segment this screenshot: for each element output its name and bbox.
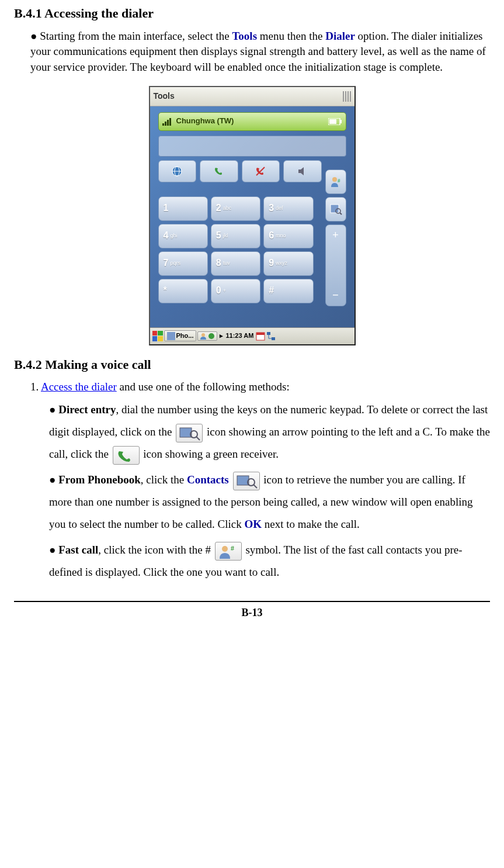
contacts-side-button[interactable] <box>325 197 346 222</box>
app-icon <box>167 332 175 340</box>
section-heading-b41: B.4.1 Accessing the dialer <box>14 5 490 23</box>
side-column: # + − <box>325 170 346 306</box>
text: ● Starting from the main interface, sele… <box>30 30 232 42</box>
contacts-icon <box>233 472 260 490</box>
svg-point-17 <box>201 333 205 337</box>
key-5[interactable]: 5jkl <box>211 224 260 248</box>
pda-window-titlebar: Tools <box>150 87 354 106</box>
menu-name-tools: Tools <box>232 30 257 42</box>
number-display <box>158 136 346 157</box>
fastcall-hash-icon: # <box>215 542 242 561</box>
person-hash-icon: # <box>329 175 342 188</box>
key-0[interactable]: 0+ <box>211 279 260 303</box>
taskbar-app-pho[interactable]: Pho... <box>164 330 197 341</box>
keypad-area: 1 2abc 3def 4ghi 5jkl 6mno 7pqrs 8tuv 9w… <box>150 165 322 303</box>
tray-person-icon <box>200 333 207 340</box>
bullet-marker: ● <box>49 544 58 556</box>
svg-rect-5 <box>340 120 342 123</box>
svg-rect-3 <box>169 118 171 126</box>
taskbar-app-label: Pho... <box>176 331 194 340</box>
key-4[interactable]: 4ghi <box>158 224 208 248</box>
svg-rect-6 <box>329 119 336 124</box>
svg-point-18 <box>208 333 214 339</box>
carrier-label: Chunghwa (TW) <box>176 116 325 126</box>
dialer-screenshot: Tools Chunghwa (TW) 1 2abc 3def 4ghi 5jk… <box>149 86 356 345</box>
text: icon showing a green receiver. <box>143 448 279 460</box>
battery-icon <box>328 118 342 125</box>
bullet-accessing-dialer: ● Starting from the main interface, sele… <box>14 29 490 75</box>
key-3[interactable]: 3def <box>263 196 313 221</box>
bullet-marker: ● <box>49 473 58 486</box>
taskbar-clock: 11:23 AM <box>225 331 253 340</box>
pda-body: Chunghwa (TW) 1 2abc 3def 4ghi 5jkl 6mno… <box>150 106 354 327</box>
svg-point-11 <box>332 177 337 182</box>
label-ok: OK <box>245 518 262 530</box>
label-contacts: Contacts <box>187 473 229 486</box>
taskbar-tray[interactable] <box>197 331 217 341</box>
svg-line-25 <box>196 437 200 440</box>
minus-icon: − <box>332 288 339 303</box>
label-fast-call: Fast call <box>58 544 98 556</box>
text: and use one of the following methods: <box>117 381 290 393</box>
delete-search-icon <box>176 424 203 442</box>
link-access-the-dialer[interactable]: Access the dialer <box>41 381 117 393</box>
fastcall-side-button[interactable]: # <box>325 170 346 194</box>
plus-icon: + <box>332 227 339 243</box>
option-name-dialer: Dialer <box>325 30 355 42</box>
svg-rect-20 <box>256 333 265 335</box>
tray-calendar-icon <box>256 331 265 341</box>
text <box>229 473 232 486</box>
key-1[interactable]: 1 <box>158 196 208 221</box>
bullet-marker: ● <box>49 403 58 416</box>
footer-rule <box>14 601 490 602</box>
svg-rect-22 <box>272 337 275 340</box>
key-2[interactable]: 2abc <box>211 196 260 221</box>
pda-taskbar: Pho... ▸ 11:23 AM <box>150 327 354 344</box>
text: menu then the <box>257 30 325 42</box>
signal-icon <box>162 117 173 126</box>
green-receiver-icon <box>113 446 140 465</box>
svg-rect-1 <box>165 122 166 126</box>
svg-rect-26 <box>237 476 249 485</box>
step-1-intro: 1. Access the dialer and use one of the … <box>14 379 490 395</box>
svg-text:#: # <box>231 544 234 552</box>
contacts-search-icon <box>329 203 342 216</box>
bullet-direct-entry: ● Direct entry, dial the number using th… <box>14 399 490 465</box>
svg-line-28 <box>253 485 257 488</box>
text: , click the <box>141 473 187 486</box>
svg-rect-2 <box>167 120 169 126</box>
bullet-fast-call: ● Fast call, click the icon with the # #… <box>14 539 490 583</box>
start-flag-icon[interactable] <box>152 331 163 341</box>
key-6[interactable]: 6mno <box>263 224 313 248</box>
svg-text:#: # <box>338 178 340 184</box>
text: next to make the call. <box>262 518 360 530</box>
text: , click the icon with the # <box>98 544 213 556</box>
status-bar: Chunghwa (TW) <box>158 112 346 131</box>
page-number: B-13 <box>14 606 490 620</box>
text: 1. <box>30 381 41 393</box>
svg-rect-23 <box>180 428 192 437</box>
tray-network-icon <box>266 331 276 341</box>
key-8[interactable]: 8tuv <box>211 251 260 276</box>
key-hash[interactable]: # <box>263 279 313 303</box>
svg-rect-0 <box>162 123 164 126</box>
svg-rect-16 <box>167 332 175 340</box>
bullet-from-phonebook: ● From Phonebook, click the Contacts ico… <box>14 469 490 535</box>
key-9[interactable]: 9wxyz <box>263 251 313 276</box>
numeric-keypad: 1 2abc 3def 4ghi 5jkl 6mno 7pqrs 8tuv 9w… <box>158 196 314 303</box>
pda-window-title: Tools <box>154 91 175 102</box>
label-direct-entry: Direct entry <box>58 403 116 416</box>
svg-line-15 <box>340 213 342 215</box>
tray-globe-icon <box>208 333 215 340</box>
svg-rect-21 <box>267 332 270 335</box>
titlebar-grip-icon <box>343 91 351 102</box>
key-star[interactable]: * <box>158 279 208 303</box>
key-7[interactable]: 7pqrs <box>158 251 208 276</box>
section-heading-b42: B.4.2 Making a voice call <box>14 356 490 374</box>
svg-point-29 <box>222 546 228 552</box>
label-from-phonebook: From Phonebook <box>58 473 141 486</box>
volume-slider[interactable]: + − <box>325 224 346 306</box>
